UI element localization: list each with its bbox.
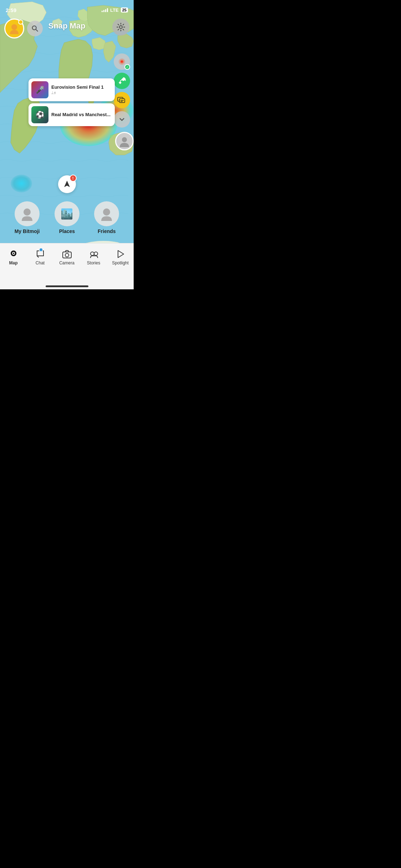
event-title-madrid: Real Madrid vs Manchest... <box>51 112 110 118</box>
svg-line-4 <box>36 30 38 32</box>
home-indicator <box>46 285 88 287</box>
bitmoji-silhouette <box>20 207 34 221</box>
camera-tab-icon <box>62 249 72 259</box>
friends-icon <box>94 201 119 226</box>
friend-profile-circle[interactable] <box>115 132 134 150</box>
svg-point-15 <box>103 208 110 216</box>
event-popups: 🎤 Eurovision Semi Final 1 ♩♬ ⚽ Real Madr… <box>29 78 115 128</box>
signal-bar-1 <box>102 11 103 12</box>
event-card-madrid[interactable]: ⚽ Real Madrid vs Manchest... <box>29 103 115 126</box>
online-indicator <box>18 20 23 25</box>
play-icon <box>116 249 125 259</box>
battery-indicator: 25 <box>121 7 128 12</box>
friends-label: Friends <box>98 228 116 234</box>
top-left-controls <box>4 19 43 38</box>
my-bitmoji-label: My Bitmoji <box>15 228 40 234</box>
gear-icon <box>116 22 125 32</box>
stories-icon <box>89 249 99 259</box>
tab-camera[interactable]: Camera <box>56 249 78 265</box>
heatmap-toggle-button[interactable]: ✓ <box>114 53 130 70</box>
search-button[interactable] <box>27 21 43 36</box>
camera-icon <box>62 249 72 259</box>
svg-point-21 <box>91 252 94 255</box>
tab-stories-label: Stories <box>87 260 100 265</box>
event-info-eurovision: Eurovision Semi Final 1 ♩♬ <box>51 84 110 95</box>
signal-bar-2 <box>103 10 104 12</box>
tab-chat-label: Chat <box>36 260 45 265</box>
bitmoji-figure <box>9 23 20 34</box>
svg-point-20 <box>65 253 69 257</box>
tab-map[interactable]: Map <box>3 249 24 265</box>
my-bitmoji-button[interactable]: My Bitmoji <box>15 201 40 234</box>
spotlight-tab-icon <box>115 249 125 259</box>
tab-map-label: Map <box>9 260 18 265</box>
svg-point-3 <box>32 26 36 30</box>
flashcard-button[interactable] <box>114 92 130 108</box>
tab-bar: Map Chat Camera <box>0 243 134 289</box>
signal-bar-4 <box>107 8 108 12</box>
expand-button[interactable] <box>114 111 130 128</box>
location-button[interactable]: ! <box>58 175 76 193</box>
tab-chat[interactable]: Chat <box>30 249 51 265</box>
satellite-icon <box>118 77 126 85</box>
tab-spotlight-label: Spotlight <box>112 260 129 265</box>
friends-silhouette <box>99 207 114 221</box>
svg-point-1 <box>122 137 127 142</box>
settings-button[interactable] <box>112 19 129 36</box>
svg-point-2 <box>11 24 17 30</box>
event-thumb-madrid: ⚽ <box>31 106 48 123</box>
svg-point-18 <box>13 253 14 254</box>
places-button[interactable]: 🏙️ Places <box>55 201 79 234</box>
chevron-down-icon <box>118 116 125 123</box>
event-info-madrid: Real Madrid vs Manchest... <box>51 112 110 118</box>
tab-spotlight[interactable]: Spotlight <box>110 249 131 265</box>
navigate-icon <box>63 180 71 188</box>
map-icon <box>9 249 18 259</box>
status-indicators: LTE 25 <box>102 7 128 13</box>
places-label: Places <box>59 228 75 234</box>
chat-tab-icon <box>35 249 45 259</box>
notification-badge: ! <box>70 175 77 182</box>
tab-stories[interactable]: Stories <box>83 249 104 265</box>
event-thumb-eurovision: 🎤 <box>31 81 48 98</box>
tab-camera-label: Camera <box>59 260 74 265</box>
network-type: LTE <box>110 7 119 13</box>
flashcard-icon <box>117 96 127 104</box>
svg-point-8 <box>121 61 123 62</box>
chat-notification-badge <box>39 248 43 252</box>
time-display: 2:59 <box>6 7 16 13</box>
event-subtitle-eurovision: ♩♬ <box>51 91 110 95</box>
status-bar: 2:59 LTE 25 <box>0 0 134 16</box>
svg-marker-23 <box>118 250 124 258</box>
svg-point-14 <box>24 208 31 216</box>
signal-strength <box>102 8 108 12</box>
stories-tab-icon <box>89 249 99 259</box>
svg-point-22 <box>94 252 98 255</box>
my-bitmoji-icon <box>15 201 40 226</box>
event-card-eurovision[interactable]: 🎤 Eurovision Semi Final 1 ♩♬ <box>29 78 115 101</box>
map-title: Snap Map <box>48 21 86 31</box>
friends-button[interactable]: Friends <box>94 201 119 234</box>
svg-point-5 <box>119 26 122 29</box>
signal-bar-3 <box>105 9 106 12</box>
places-icon: 🏙️ <box>55 201 79 226</box>
bitmoji-avatar[interactable] <box>4 19 24 38</box>
event-title-eurovision: Eurovision Semi Final 1 <box>51 84 110 90</box>
location-circle[interactable]: ! <box>58 175 76 193</box>
bottom-map-buttons: My Bitmoji 🏙️ Places Friends <box>0 201 134 234</box>
right-controls: ✓ <box>114 53 130 128</box>
search-icon <box>31 25 39 32</box>
map-tab-icon <box>9 249 19 259</box>
heatmap-check: ✓ <box>124 64 130 70</box>
satellite-button[interactable] <box>114 73 130 89</box>
